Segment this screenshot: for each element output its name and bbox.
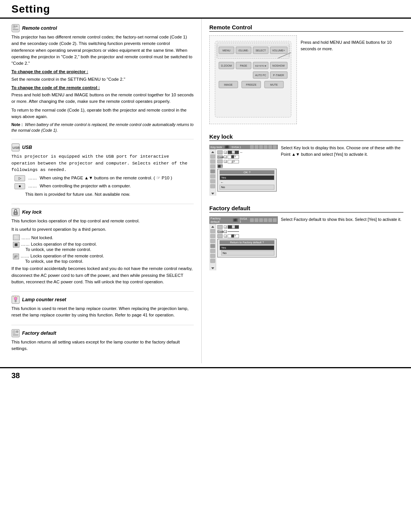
screen-row-1-icon — [217, 150, 223, 154]
note-body: When battery of the remote control is re… — [11, 122, 194, 133]
usb-item-2: ■ …… When controlling the projector with… — [14, 183, 194, 189]
change-projector-title: To change the code of the projector : — [11, 69, 194, 75]
keylock-topbar-icons — [250, 145, 277, 149]
usb-item-1-icon: ▷ — [14, 175, 25, 181]
key-lock-item-3: β? …… Locks operation of the remote cont… — [13, 253, 194, 264]
svg-text:/OLUME-: /OLUME- — [238, 49, 249, 52]
section-lamp-counter: Lamp counter reset This function is used… — [11, 296, 194, 319]
factory-left-nav — [209, 224, 216, 270]
usb-item-1-text: …… When using the PAGE ▲▼ buttons on the… — [28, 175, 172, 181]
svg-rect-60 — [210, 244, 215, 248]
page-content: RC Remote control This projector has two… — [0, 19, 411, 363]
nav-up-arrow — [211, 150, 214, 153]
page-title: Setting — [11, 3, 400, 15]
factory-row-1-value: ⬜ — [228, 225, 239, 229]
keylock-topbar: Key lock ⬛ SVGA 1 — [209, 145, 278, 149]
usb-item-3-text: This item is provided for future use. No… — [25, 191, 194, 198]
keylock-dialog-yes: Yes — [220, 175, 274, 180]
screen-row-1: ◁ ⬜ ← — [217, 150, 277, 154]
svg-text:USB: USB — [13, 146, 20, 150]
keylock-main-area: ◁ ⬜ ← Code 1 ◁ ⬛? — [216, 149, 278, 196]
svg-rect-51 — [210, 160, 215, 163]
remote-control-svg: MENU /OLUME- SELECT VOLUME+ — [211, 37, 295, 121]
key-lock-item-1: ⬜ …… Not locked. — [13, 235, 194, 240]
svg-text:PAGE: PAGE — [240, 64, 247, 67]
divider-3 — [11, 291, 194, 292]
svg-rect-53 — [210, 169, 215, 173]
factory-dialog-title: Return to Factory default ? — [220, 240, 274, 244]
svg-text:AUTO PC: AUTO PC — [255, 74, 266, 77]
page-number: 38 — [11, 371, 20, 380]
svg-text:MENU: MENU — [223, 49, 231, 52]
svg-line-14 — [13, 297, 14, 297]
change-projector-text: Set the remote control in the SETTING ME… — [11, 77, 125, 81]
svg-rect-52 — [210, 165, 215, 168]
return-text: To return to the normal code (Code 1), o… — [11, 107, 194, 120]
svg-rect-59 — [210, 239, 215, 243]
screen-row-3-value: β? — [228, 160, 239, 163]
remote-diagram: MENU /OLUME- SELECT VOLUME+ — [209, 35, 403, 124]
remote-control-body: This projector has two different remote … — [11, 34, 194, 67]
factory-row-1-arrow: ◁ — [224, 225, 227, 228]
factory-topbar-icon-5 — [268, 218, 272, 222]
factory-source-label: SVGA 1 — [240, 217, 249, 223]
section-factory-default-left: Factory default This function returns al… — [11, 329, 194, 352]
svg-text:D.ZOOM: D.ZOOM — [221, 64, 232, 67]
svg-text:IMAGE: IMAGE — [224, 83, 233, 86]
screen-row-1-indicator: ← — [240, 150, 243, 154]
change-remote-text: Press and hold both MENU and IMAGE butto… — [11, 93, 194, 104]
svg-point-18 — [16, 331, 18, 333]
svg-rect-55 — [210, 179, 215, 183]
key-lock-item-3-sub: To unlock, use the top control. — [25, 259, 83, 264]
svg-rect-17 — [13, 331, 15, 334]
keylock-note-text: Select Key lock to display this box. Cho… — [281, 145, 400, 157]
svg-text:SELECT: SELECT — [255, 49, 266, 52]
remote-control-section-title: Remote control — [22, 26, 57, 31]
factory-left-nav-icons — [210, 228, 216, 267]
left-column: RC Remote control This projector has two… — [0, 19, 202, 363]
factory-default-section-title: Factory default — [22, 331, 56, 336]
factory-default-title-row: Factory default — [11, 329, 194, 337]
keylock-topbar-icon-2 — [255, 145, 258, 149]
factory-dialog-no: No — [221, 251, 274, 256]
svg-rect-63 — [210, 259, 215, 263]
remote-note: Press and hold MENU and IMAGE buttons fo… — [301, 35, 403, 52]
lamp-counter-body: This function is used to reset the lamp … — [11, 305, 194, 319]
svg-rect-3 — [13, 29, 18, 30]
factory-row-2-value — [228, 231, 239, 232]
keylock-source-label: SVGA 1 — [231, 146, 241, 149]
factory-row-1-icon — [217, 225, 223, 229]
nav-down-arrow — [211, 193, 214, 196]
screen-row-2-value: ⬛? — [228, 155, 239, 159]
divider-2 — [11, 204, 194, 204]
svg-rect-56 — [210, 184, 215, 188]
screen-row-2: Code 1 ◁ ⬛? — [217, 155, 277, 159]
svg-text:RC: RC — [14, 26, 16, 27]
svg-text:NOSHOW: NOSHOW — [272, 64, 285, 67]
factory-dialog-yes: Yes — [220, 245, 274, 250]
right-remote-control: Remote Control MENU /OLUME- — [209, 24, 403, 124]
factory-main-area: ◁ ⬜ Code 1 ◁ — [216, 224, 278, 270]
right-column: Remote Control MENU /OLUME- — [202, 19, 411, 363]
svg-rect-12 — [15, 300, 16, 302]
key-lock-item-1-icon: ⬜ — [13, 235, 20, 240]
factory-screen-row-1: ◁ ⬜ — [217, 225, 277, 229]
section-usb: USB USB This projector is equipped with … — [11, 143, 194, 198]
keylock-left-nav — [209, 149, 216, 196]
keylock-dialog-no: No — [220, 185, 274, 190]
factory-note-text: Select Factory default to show this box.… — [281, 217, 401, 222]
factory-default-body: This function returns all setting values… — [11, 339, 194, 352]
factory-screen: Factory default ⬛ SVGA 1 — [209, 216, 278, 270]
usb-item-2-icon: ■ — [14, 183, 25, 189]
factory-topbar: Factory default ⬛ SVGA 1 — [209, 216, 278, 224]
usb-item-1: ▷ …… When using the PAGE ▲▼ buttons on t… — [14, 175, 194, 181]
remote-svg-container: MENU /OLUME- SELECT VOLUME+ — [209, 35, 297, 124]
factory-row-2-arrow: ◁ — [224, 230, 227, 233]
lamp-counter-section-title: Lamp counter reset — [22, 297, 66, 302]
factory-topbar-icon-6 — [273, 218, 277, 222]
keylock-dialog: OK ? Yes ← No — [217, 169, 277, 192]
screen-row-3: ◁ β? — [217, 160, 277, 163]
factory-dialog: Return to Factory default ? Yes No — [217, 239, 277, 257]
keylock-screen: Key lock ⬛ SVGA 1 — [209, 145, 278, 196]
svg-text:P-TIMER: P-TIMER — [273, 74, 284, 77]
